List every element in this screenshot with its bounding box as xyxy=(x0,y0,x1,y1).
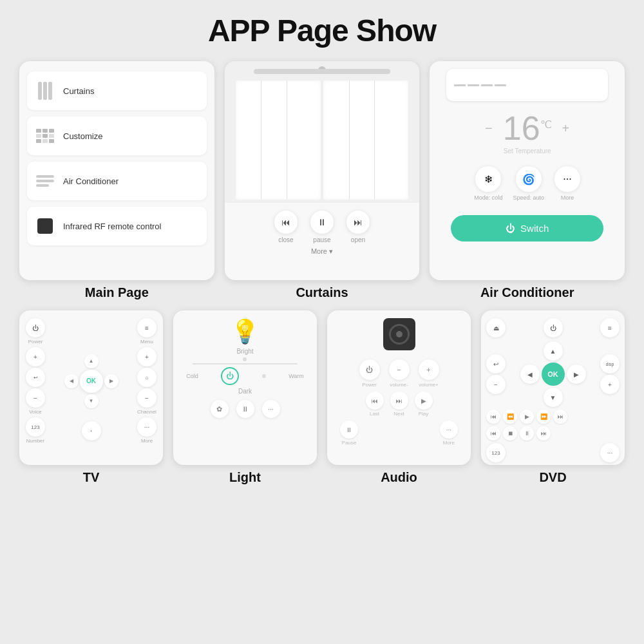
audio-vol-minus-btn[interactable]: − volume- xyxy=(389,359,410,388)
tv-home-btn[interactable]: ⌂ xyxy=(137,368,156,387)
light-ctrl-2[interactable]: ⏸ xyxy=(236,400,254,418)
curtains-container: ⏮ close ⏸ pause ⏭ open More ▾ Curtains xyxy=(225,61,420,300)
dvd-up-btn[interactable]: ▲ xyxy=(544,341,563,361)
curtain-close-btn[interactable]: ⏮ close xyxy=(274,211,298,243)
bright-label: Bright xyxy=(236,348,253,355)
dvd-prev2-btn[interactable]: ⏮ xyxy=(486,426,500,440)
ac-mode-cold[interactable]: ❄ Mode: cold xyxy=(474,166,502,201)
dvd-vol-plus-btn[interactable]: + xyxy=(600,375,620,394)
curtains-menu-label: Curtains xyxy=(63,86,94,96)
light-controls: ✿ ⏸ ··· xyxy=(211,400,280,418)
tv-up-btn[interactable]: ▲ xyxy=(84,354,99,368)
dvd-ok-btn[interactable]: OK xyxy=(542,363,565,386)
fan-icon: 🌀 xyxy=(516,166,542,192)
tv-down-btn[interactable]: ▼ xyxy=(84,394,99,408)
menu-item-remote[interactable]: Infrared RF remote control xyxy=(27,207,207,245)
audio-vol-plus-btn[interactable]: + volume+ xyxy=(419,359,439,388)
curtain-open-btn[interactable]: ⏭ open xyxy=(346,211,370,243)
audio-pause-btn[interactable]: ⏸ Pause xyxy=(340,421,358,446)
tv-ok-btn[interactable]: OK xyxy=(80,370,103,393)
menu-item-ac[interactable]: Air Conditioner xyxy=(27,162,207,200)
ac-container: − 16℃ + Set Temperature ❄ Mode: cold 🌀 S… xyxy=(430,61,625,300)
tv-screen: ⏻ Power ≡ Menu + ↩ − Voice xyxy=(19,310,163,465)
dvd-play-btn[interactable]: ▶ xyxy=(520,410,534,424)
audio-play-btn[interactable]: ▶ Play xyxy=(415,392,433,417)
light-ctrl-1[interactable]: ✿ xyxy=(211,400,229,418)
ac-more[interactable]: ··· More xyxy=(554,166,580,201)
tv-vol-up-btn[interactable]: + xyxy=(26,347,45,366)
dvd-more-col: ··· More xyxy=(600,443,620,465)
audio-label: Audio xyxy=(381,470,417,485)
ac-plus-btn[interactable]: + xyxy=(562,121,570,136)
light-label: Light xyxy=(229,470,261,485)
main-page-label: Main Page xyxy=(85,285,149,300)
speaker-outer xyxy=(389,324,410,345)
lightbulb-icon: 💡 xyxy=(231,318,260,345)
power-icon: ⏻ xyxy=(506,223,515,234)
ac-minus-btn[interactable]: − xyxy=(485,121,493,136)
dvd-stop-btn[interactable]: ⏹ xyxy=(503,426,517,440)
audio-more-btn[interactable]: ··· More xyxy=(440,421,458,446)
tv-ch-up-btn[interactable]: + xyxy=(137,347,156,366)
tv-left-btn[interactable]: ◀ xyxy=(64,374,79,388)
dvd-left-nav-btn[interactable]: ◀ xyxy=(520,365,540,384)
curtains-icon xyxy=(35,80,55,101)
tv-power-btn[interactable]: ⏻ xyxy=(26,318,45,337)
ac-degree: ℃ xyxy=(540,119,552,130)
dvd-eject-col: ⏏ xyxy=(486,318,506,337)
audio-main-controls: ⏻ Power − volume- + volume+ xyxy=(359,359,439,388)
page-title: APP Page Show xyxy=(208,13,436,48)
ac-more-label: More xyxy=(561,194,574,201)
tv-vol-down-btn[interactable]: − xyxy=(26,388,45,408)
audio-next-btn[interactable]: ⏭ Next xyxy=(390,392,408,417)
dvd-next-btn[interactable]: ⏭ xyxy=(553,410,567,424)
tv-voice-btn[interactable]: ↩ xyxy=(26,368,45,387)
ac-modes: ❄ Mode: cold 🌀 Speed: auto ··· More xyxy=(474,166,580,201)
dvd-rew-btn[interactable]: ⏪ xyxy=(503,410,517,424)
ac-speed[interactable]: 🌀 Speed: auto xyxy=(513,166,544,201)
ac-switch-button[interactable]: ⏻ Switch xyxy=(451,215,603,242)
tv-ch-down-btn[interactable]: − xyxy=(137,388,156,408)
dvd-prev-btn[interactable]: ⏮ xyxy=(486,410,500,424)
tv-menu-btn[interactable]: ≡ xyxy=(137,318,156,337)
warm-label: Warm xyxy=(289,373,304,379)
dvd-right-nav-btn[interactable]: ▶ xyxy=(567,365,586,384)
curtains-visual xyxy=(225,61,420,203)
last-icon: ⏮ xyxy=(366,392,384,410)
ac-set-temp-label: Set Temperature xyxy=(504,147,551,155)
dvd-ff-btn[interactable]: ⏩ xyxy=(536,410,551,424)
dvd-vol-minus-btn[interactable]: − xyxy=(486,375,506,394)
dvd-more-btn[interactable]: ··· xyxy=(600,443,620,462)
dvd-eject-btn[interactable]: ⏏ xyxy=(486,318,506,337)
dvd-power-col: ⏻ xyxy=(544,318,563,337)
curtains-more[interactable]: More ▾ xyxy=(311,247,333,261)
audio-last-btn[interactable]: ⏮ Last xyxy=(366,392,384,417)
ac-label: Air Conditioner xyxy=(480,285,574,300)
remote-menu-label: Infrared RF remote control xyxy=(63,222,161,231)
tv-dot-btn[interactable]: • xyxy=(82,421,101,440)
dvd-menu-btn[interactable]: ≡ xyxy=(600,318,620,337)
dvd-display-btn[interactable]: disp xyxy=(600,354,620,374)
dvd-next2-btn[interactable]: ⏭ xyxy=(536,426,551,440)
menu-item-curtains[interactable]: Curtains xyxy=(27,71,207,110)
dvd-power-btn[interactable]: ⏻ xyxy=(544,318,563,337)
tv-number-btn[interactable]: 123 xyxy=(26,417,45,437)
dvd-down-btn[interactable]: ▼ xyxy=(544,388,563,407)
dvd-back-btn[interactable]: ↩ xyxy=(486,354,506,374)
dvd-nav: ↩ − ▲ ◀ OK ▶ ▼ disp + xyxy=(486,341,620,407)
play-icon: ▶ xyxy=(415,392,433,410)
ac-grille xyxy=(454,84,506,86)
tv-right-btn[interactable]: ▶ xyxy=(104,374,118,388)
tv-more-btn[interactable]: ··· xyxy=(137,417,156,437)
light-ctrl-3[interactable]: ··· xyxy=(262,400,280,418)
dvd-left-col: ↩ − xyxy=(486,354,506,394)
ac-menu-icon xyxy=(35,171,55,191)
audio-more-label: More xyxy=(443,440,455,446)
light-power-btn[interactable]: ⏻ xyxy=(221,367,239,385)
dvd-number-btn[interactable]: 123 xyxy=(486,443,506,462)
menu-item-customize[interactable]: Customize xyxy=(27,117,207,155)
pause-icon: ⏸ xyxy=(340,421,358,439)
dvd-pause-btn[interactable]: ⏸ xyxy=(520,426,534,440)
audio-power-btn[interactable]: ⏻ Power xyxy=(359,359,380,388)
curtain-pause-btn[interactable]: ⏸ pause xyxy=(310,211,334,243)
